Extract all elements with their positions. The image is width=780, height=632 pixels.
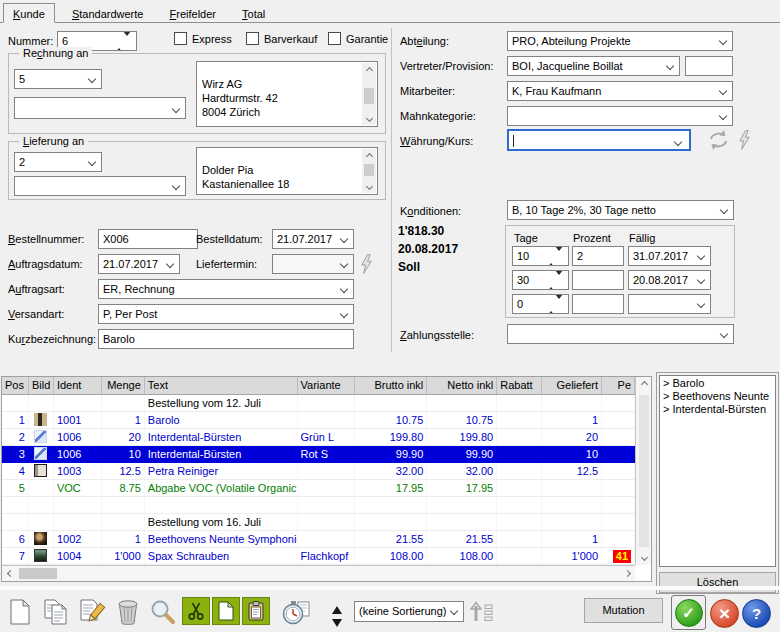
kurzbezeichnung-field[interactable]: Barolo bbox=[98, 329, 354, 349]
mahnkategorie-select[interactable] bbox=[507, 106, 733, 126]
scrollbar-thumb[interactable] bbox=[364, 88, 374, 104]
mahnkategorie-label: Mahnkategorie: bbox=[400, 110, 476, 122]
prozent-field-1[interactable]: 2 bbox=[572, 246, 624, 266]
move-row-down-icon[interactable] bbox=[332, 619, 342, 632]
scrollbar-thumb[interactable] bbox=[364, 164, 374, 176]
tab-total[interactable]: Total bbox=[233, 4, 274, 24]
summary-listbox[interactable]: > Barolo> Beethovens Neunte Sy> Interden… bbox=[659, 375, 776, 567]
bestellnummer-field[interactable]: X006 bbox=[98, 229, 198, 249]
summary-item[interactable]: > Interdental-Bürsten bbox=[663, 403, 772, 416]
cell-variante bbox=[298, 514, 356, 530]
auftragsdatum-select[interactable]: 21.07.2017 bbox=[98, 254, 180, 274]
summary-item[interactable]: > Beethovens Neunte Sy bbox=[663, 390, 772, 403]
cell-pe bbox=[602, 497, 635, 513]
prozent-header: Prozent bbox=[573, 232, 611, 244]
faellig-select-3[interactable] bbox=[628, 294, 711, 314]
faellig-select-1[interactable]: 31.07.2017 bbox=[628, 246, 711, 266]
position-row[interactable]: 2100620Interdental-BürstenGrün L199.8019… bbox=[2, 429, 635, 446]
cell-brutto bbox=[355, 514, 427, 530]
cut-button[interactable] bbox=[182, 597, 210, 625]
address-scrollbar[interactable] bbox=[362, 149, 376, 193]
copy-item-button[interactable] bbox=[41, 598, 71, 626]
rechnung-address-box[interactable]: Wirz AG Hardturmstr. 42 8004 Zürich bbox=[196, 61, 378, 127]
column-header-menge[interactable]: Menge bbox=[102, 377, 145, 394]
timer-button[interactable] bbox=[280, 598, 312, 626]
delete-item-button[interactable] bbox=[113, 598, 143, 626]
position-row[interactable]: 610021Beethovens Neunte Symphonie21.5521… bbox=[2, 531, 635, 548]
order-group-row[interactable]: Bestellung vom 16. Juli bbox=[2, 514, 635, 531]
column-header-ident[interactable]: Ident bbox=[54, 377, 102, 394]
column-header-rabatt[interactable]: Rabatt bbox=[497, 377, 542, 394]
faellig-select-2[interactable]: 20.08.2017 bbox=[628, 270, 711, 290]
abteilung-select[interactable]: PRO, Abteilung Projekte bbox=[507, 31, 733, 51]
column-header-text[interactable]: Text bbox=[145, 377, 298, 394]
mitarbeiter-select[interactable]: K, Frau Kaufmann bbox=[507, 81, 733, 101]
edit-item-button[interactable] bbox=[77, 598, 107, 626]
blank-row[interactable] bbox=[2, 497, 635, 514]
new-item-button[interactable] bbox=[5, 598, 35, 626]
column-header-netto[interactable]: Netto inkl bbox=[427, 377, 497, 394]
tab-freifelder[interactable]: Freifelder bbox=[161, 4, 225, 24]
tab-kunde[interactable]: Kunde bbox=[3, 3, 55, 23]
position-row[interactable]: 5VOC8.75Abgabe VOC (Volatile Organic C17… bbox=[2, 480, 635, 497]
search-item-button[interactable] bbox=[148, 598, 178, 626]
konditionen-select[interactable]: B, 10 Tage 2%, 30 Tage netto bbox=[507, 200, 734, 220]
paste-button[interactable] bbox=[242, 597, 270, 625]
tage-stepper-3[interactable]: 0 bbox=[512, 294, 569, 314]
position-row[interactable]: 3100610Interdental-BürstenRot S99.9099.9… bbox=[2, 446, 635, 463]
vertreter-select[interactable]: BOI, Jacqueline Boillat bbox=[507, 56, 680, 76]
column-header-pos[interactable]: Pos bbox=[2, 377, 29, 394]
scrollbar-thumb[interactable] bbox=[639, 395, 649, 547]
cancel-button[interactable] bbox=[710, 599, 739, 628]
cell-brutto: 17.95 bbox=[355, 480, 427, 496]
position-row[interactable]: 110011Barolo10.7510.751 bbox=[2, 412, 635, 429]
auftragsart-select[interactable]: ER, Rechnung bbox=[98, 279, 354, 299]
sort-select[interactable]: (keine Sortierung) bbox=[354, 601, 464, 622]
position-row[interactable]: 4100312.5Petra Reiniger32.0032.0012.5 bbox=[2, 463, 635, 480]
column-header-brutto[interactable]: Brutto inkl bbox=[355, 377, 427, 394]
nummer-spin-buttons[interactable] bbox=[115, 35, 131, 49]
table-vertical-scrollbar[interactable] bbox=[635, 377, 651, 565]
move-row-buttons[interactable] bbox=[332, 601, 342, 632]
prozent-field-3[interactable] bbox=[572, 294, 624, 314]
liefertermin-select[interactable] bbox=[272, 254, 354, 274]
alert-badge: 41 bbox=[613, 550, 631, 563]
column-header-geliefert[interactable]: Geliefert bbox=[542, 377, 602, 394]
column-header-pe[interactable]: Pe bbox=[602, 377, 635, 394]
tab-standardwerte[interactable]: Standardwerte bbox=[63, 4, 153, 24]
table-horizontal-scrollbar[interactable] bbox=[2, 565, 635, 581]
lieferung-search-select[interactable] bbox=[14, 176, 186, 196]
scroll-up-icon bbox=[365, 152, 372, 159]
rechnung-search-select[interactable] bbox=[14, 97, 186, 119]
checkbox-box[interactable] bbox=[174, 32, 187, 45]
versandart-select[interactable]: P, Per Post bbox=[98, 304, 354, 324]
waehrung-select[interactable] bbox=[507, 129, 691, 151]
tage-stepper-2[interactable]: 30 bbox=[512, 270, 569, 290]
checkbox-box[interactable] bbox=[328, 32, 341, 45]
mutation-button[interactable]: Mutation bbox=[584, 598, 663, 623]
garantie-checkbox[interactable]: Garantie bbox=[328, 32, 388, 45]
tage-stepper-1[interactable]: 10 bbox=[512, 246, 569, 266]
lieferung-code-select[interactable]: 2 bbox=[14, 152, 102, 172]
position-row[interactable]: 710041'000Spax SchraubenFlachkopf108.001… bbox=[2, 548, 635, 565]
address-scrollbar[interactable] bbox=[362, 63, 376, 125]
prozent-field-2[interactable] bbox=[572, 270, 624, 290]
summary-item[interactable]: > Barolo bbox=[663, 377, 772, 390]
barverkauf-checkbox[interactable]: Barverkauf bbox=[246, 32, 317, 45]
express-checkbox[interactable]: Express bbox=[174, 32, 232, 45]
checkbox-box[interactable] bbox=[246, 32, 259, 45]
help-button[interactable] bbox=[742, 599, 771, 628]
confirm-button[interactable] bbox=[675, 599, 703, 627]
bestelldatum-select[interactable]: 21.07.2017 bbox=[272, 229, 354, 249]
provision-field[interactable] bbox=[685, 56, 733, 76]
lieferung-address-box[interactable]: Dolder Pia Kastanienallee 18 3400 Burgdo… bbox=[196, 147, 378, 195]
scroll-up-icon bbox=[365, 66, 372, 73]
copy-button[interactable] bbox=[212, 597, 240, 625]
order-group-row[interactable]: Bestellung vom 12. Juli bbox=[2, 395, 635, 412]
column-header-variante[interactable]: Variante bbox=[298, 377, 356, 394]
move-row-up-icon[interactable] bbox=[332, 601, 342, 614]
scrollbar-thumb[interactable] bbox=[19, 568, 57, 579]
rechnung-code-select[interactable]: 5 bbox=[14, 69, 102, 89]
column-header-img[interactable]: Bild bbox=[29, 377, 54, 394]
zahlungsstelle-select[interactable] bbox=[507, 324, 734, 344]
